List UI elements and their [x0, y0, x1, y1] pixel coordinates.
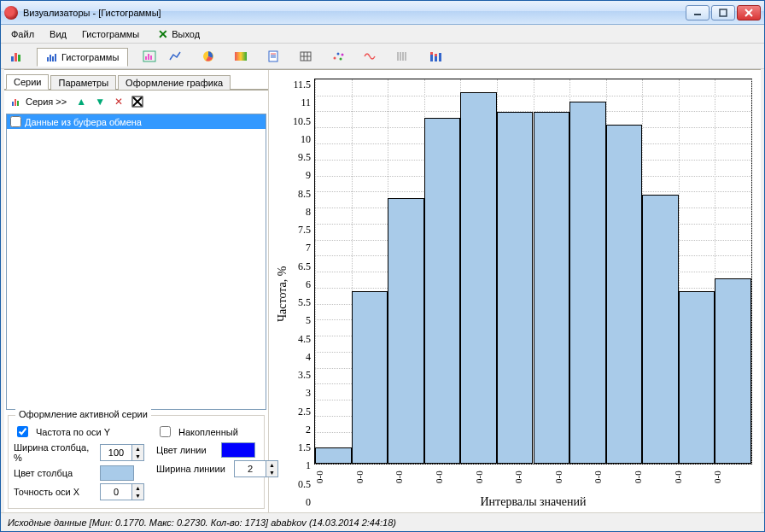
- svg-rect-9: [52, 56, 54, 61]
- y-tick: 2: [293, 424, 311, 436]
- close-button[interactable]: [737, 5, 761, 20]
- y-tick: 5.5: [293, 296, 311, 309]
- tool-stacked-icon[interactable]: [423, 45, 448, 67]
- series-dropdown-button[interactable]: Серия >>: [8, 95, 70, 108]
- y-axis-label: Частота, %: [274, 79, 291, 509]
- exit-icon: ✕: [158, 27, 168, 41]
- chart-area: Частота, % 11.51110.5109.598.587.576.565…: [269, 70, 761, 512]
- tool-pie-icon[interactable]: [196, 45, 221, 67]
- menu-exit[interactable]: ✕ Выход: [151, 26, 207, 43]
- line-color-swatch[interactable]: [221, 442, 255, 458]
- x-axis-ticks: 0-00-00-00-00-00-00-00-00-00-00-0: [314, 465, 752, 492]
- col-width-input[interactable]: [101, 447, 131, 459]
- tool-scatter-icon[interactable]: [325, 45, 351, 67]
- chart-bar: [497, 112, 534, 465]
- maximize-button[interactable]: [711, 5, 735, 20]
- statusbar: Исходные данные [Мин: 0.1770. Макс: 0.27…: [1, 512, 764, 531]
- series-row[interactable]: Данные из буфера обмена: [7, 114, 266, 129]
- menu-histograms[interactable]: Гистограммы: [75, 27, 146, 41]
- series-down-button[interactable]: ▼: [92, 94, 108, 109]
- sub-tab-params[interactable]: Параметры: [50, 75, 116, 90]
- tool-lines-icon[interactable]: [390, 45, 416, 67]
- precision-x-stepper[interactable]: ▲▼: [100, 483, 144, 500]
- app-icon: [4, 6, 18, 20]
- x-tick: 0-0: [553, 465, 593, 492]
- x-tick: 0-0: [314, 465, 354, 492]
- series-list[interactable]: Данные из буфера обмена: [6, 114, 266, 410]
- chart-bar: [642, 195, 679, 464]
- y-tick: 7: [293, 242, 311, 254]
- sub-tab-style[interactable]: Оформление графика: [118, 75, 231, 90]
- line-width-label: Ширина линиии: [156, 464, 229, 474]
- series-toggle-button[interactable]: [130, 94, 145, 109]
- chart-bar: [715, 278, 751, 465]
- left-panel: Серии Параметры Оформление графика Серия…: [4, 70, 269, 512]
- status-text: Исходные данные [Мин: 0.1770. Макс: 0.27…: [8, 517, 396, 528]
- svg-point-25: [334, 56, 336, 59]
- tool-gradient-icon[interactable]: [228, 45, 254, 67]
- line-width-input[interactable]: [235, 463, 266, 475]
- chart-bar: [606, 125, 643, 465]
- svg-rect-6: [18, 55, 20, 61]
- tool-wave-icon[interactable]: [358, 45, 383, 67]
- y-tick: 8.5: [293, 188, 311, 201]
- fieldset-title: Оформление активной серии: [15, 409, 151, 419]
- col-color-label: Цвет столбца: [14, 468, 95, 478]
- series-row-label: Данные из буфера обмена: [25, 117, 142, 127]
- tool-grid-icon[interactable]: [293, 45, 318, 67]
- precision-x-label: Точность оси X: [14, 487, 95, 497]
- svg-rect-34: [430, 52, 433, 55]
- svg-rect-4: [11, 56, 14, 61]
- sub-tab-series[interactable]: Серии: [6, 74, 49, 90]
- y-tick: 3: [293, 387, 311, 400]
- series-dropdown-label: Серия >>: [26, 96, 67, 107]
- y-tick: 6.5: [293, 260, 311, 273]
- accumulated-label: Накопленный: [178, 427, 260, 437]
- series-toolbar: Серия >> ▲ ▼ ✕: [4, 90, 268, 112]
- x-tick: 0-0: [434, 465, 474, 492]
- series-style-fieldset: Оформление активной серии Частота по оси…: [8, 415, 265, 509]
- spin-down-icon[interactable]: ▼: [131, 492, 143, 500]
- tool-chart1-icon[interactable]: [137, 45, 162, 67]
- main-tab-histograms[interactable]: Гистограммы: [37, 48, 128, 67]
- menu-file[interactable]: Файл: [4, 27, 41, 41]
- menu-exit-label: Выход: [172, 29, 200, 39]
- svg-rect-7: [47, 57, 49, 61]
- spin-up-icon[interactable]: ▲: [131, 484, 143, 492]
- spin-up-icon[interactable]: ▲: [131, 445, 143, 453]
- svg-rect-16: [235, 52, 247, 61]
- col-width-stepper[interactable]: ▲▼: [100, 444, 144, 461]
- series-delete-button[interactable]: ✕: [111, 94, 126, 109]
- content: Серии Параметры Оформление графика Серия…: [4, 69, 761, 512]
- y-tick: 7.5: [293, 224, 311, 237]
- menu-view[interactable]: Вид: [43, 27, 73, 41]
- freq-y-checkbox[interactable]: [17, 426, 28, 437]
- y-tick: 10.5: [293, 115, 311, 128]
- window-title: Визуализаторы - [Гистограммы]: [23, 8, 686, 18]
- y-axis-ticks: 11.51110.5109.598.587.576.565.554.543.53…: [291, 79, 314, 509]
- sub-tab-bar: Серии Параметры Оформление графика: [4, 70, 268, 89]
- y-tick: 11: [293, 96, 311, 109]
- svg-rect-10: [55, 54, 56, 61]
- app-window: Визуализаторы - [Гистограммы] Файл Вид Г…: [0, 0, 765, 532]
- menubar: Файл Вид Гистограммы ✕ Выход: [1, 25, 764, 44]
- precision-x-input[interactable]: [101, 486, 131, 498]
- y-tick: 2.5: [293, 406, 311, 418]
- svg-rect-8: [50, 55, 51, 61]
- chart-bar: [534, 112, 570, 465]
- series-row-checkbox[interactable]: [10, 116, 21, 127]
- tool-doc-icon[interactable]: [260, 45, 286, 67]
- tool-line-icon[interactable]: [163, 45, 189, 67]
- minimize-button[interactable]: [686, 5, 710, 20]
- chart-bar: [569, 102, 606, 464]
- y-tick: 11.5: [293, 79, 311, 91]
- series-up-button[interactable]: ▲: [73, 94, 89, 109]
- chart-bar: [315, 447, 352, 464]
- line-width-stepper[interactable]: ▲▼: [234, 460, 278, 477]
- accumulated-checkbox[interactable]: [160, 426, 171, 437]
- y-tick: 10: [293, 133, 311, 146]
- spin-down-icon[interactable]: ▼: [131, 453, 143, 460]
- col-color-swatch[interactable]: [100, 465, 134, 481]
- tool-bars-icon[interactable]: [4, 45, 30, 67]
- x-tick: 0-0: [673, 465, 713, 492]
